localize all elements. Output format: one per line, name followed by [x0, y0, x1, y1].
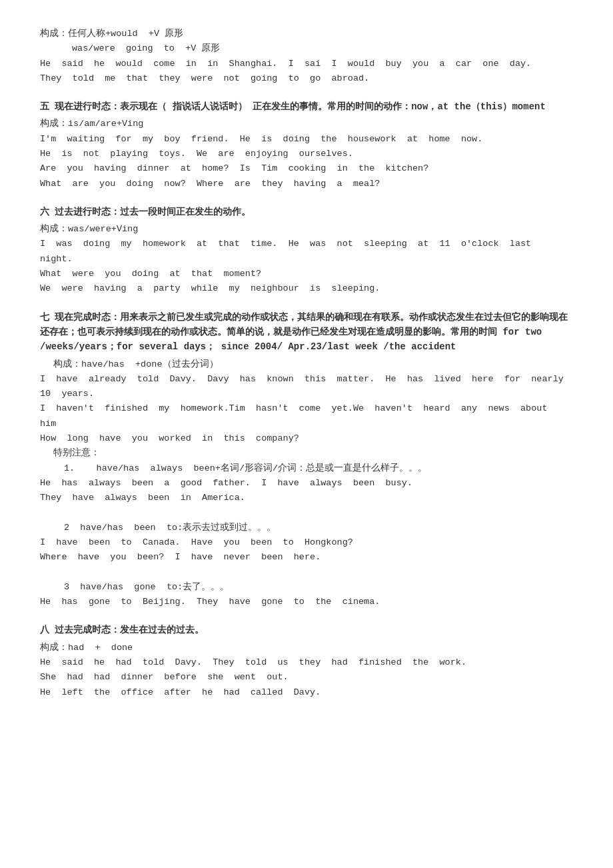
section-7-title: 七 现在完成时态：用来表示之前已发生或完成的动作或状态，其结果的确和现在有联系。… — [40, 310, 573, 355]
s6-line-1: 构成：was/were+Ving — [40, 222, 573, 237]
s7-note-1-ex2: They have always been in America. — [40, 491, 573, 505]
intro-line-3: He said he would come in in Shanghai. I … — [40, 57, 573, 71]
s5-line-1: 构成：is/am/are+Ving — [40, 117, 573, 131]
s6-line-4: We were having a party while my neighbou… — [40, 281, 573, 296]
section-5-title-normal: 表示现在（ 指说话人说话时） 正在发生的事情。常用的时间的动作：now，at t… — [120, 101, 545, 112]
s7-note-2-ex1: I have been to Canada. Have you been to … — [40, 535, 573, 550]
s8-line-4: He left the office after he had called D… — [40, 685, 573, 700]
document-content: 构成：任何人称+would +V 原形 was/were going to +V… — [40, 27, 573, 700]
s6-line-3: What were you doing at that moment? — [40, 267, 573, 281]
section-5-title: 五 现在进行时态：表示现在（ 指说话人说话时） 正在发生的事情。常用的时间的动作… — [40, 99, 573, 114]
section-6-title-normal: 过去一段时间正在发生的动作。 — [120, 207, 251, 217]
section-6: 六 过去进行时态：过去一段时间正在发生的动作。 构成：was/were+Ving… — [40, 205, 573, 297]
intro-line-2: was/were going to +V 原形 — [72, 41, 573, 56]
s5-line-4: Are you having dinner at home? Is Tim co… — [40, 161, 573, 176]
s7-line-1: 构成：have/has +done（过去分词） — [53, 357, 573, 372]
s7-note-2-ex2: Where have you been? I have never been h… — [40, 550, 573, 565]
intro-line-4: They told me that they were not going to… — [40, 71, 573, 86]
s7-note-3: 3 have/has gone to:去了。。。 — [64, 580, 573, 595]
section-6-title: 六 过去进行时态：过去一段时间正在发生的动作。 — [40, 205, 573, 219]
section-7-title-bold: 七 现在完成时态： — [40, 312, 120, 323]
s5-line-5: What are you doing now? Where are they h… — [40, 177, 573, 191]
s8-line-2: He said he had told Davy. They told us t… — [40, 655, 573, 670]
section-5-title-bold: 五 现在进行时态： — [40, 101, 120, 112]
section-8: 八 过去完成时态：发生在过去的过去。 构成：had + done He said… — [40, 623, 573, 699]
s7-line-2: I have already told Davy. Davy has known… — [40, 372, 573, 402]
s7-line-4: How long have you worked in this company… — [40, 431, 573, 446]
s7-note-1: 1. have/has always been+名词/形容词/介词：总是或一直是… — [64, 461, 573, 476]
s5-line-3: He is not playing toys. We are enjoying … — [40, 147, 573, 161]
s8-line-1: 构成：had + done — [40, 641, 573, 655]
section-8-title-bold: 八 过去完成时态： — [40, 625, 120, 635]
s7-note-label: 特别注意： — [53, 446, 573, 461]
s7-line-3: I haven't finished my homework.Tim hasn'… — [40, 401, 573, 431]
section-6-title-bold: 六 过去进行时态： — [40, 207, 120, 217]
intro-line-1: 构成：任何人称+would +V 原形 — [40, 27, 573, 41]
s7-note-2: 2 have/has been to:表示去过或到过。。。 — [64, 521, 573, 535]
section-7: 七 现在完成时态：用来表示之前已发生或完成的动作或状态，其结果的确和现在有联系。… — [40, 310, 573, 610]
section-5: 五 现在进行时态：表示现在（ 指说话人说话时） 正在发生的事情。常用的时间的动作… — [40, 99, 573, 191]
section-8-title-normal: 发生在过去的过去。 — [120, 625, 204, 635]
intro-section: 构成：任何人称+would +V 原形 was/were going to +V… — [40, 27, 573, 86]
s7-note-1-ex1: He has always been a good father. I have… — [40, 476, 573, 491]
s6-line-2: I was doing my homework at that time. He… — [40, 237, 573, 267]
section-8-title: 八 过去完成时态：发生在过去的过去。 — [40, 623, 573, 637]
s7-note-3-ex1: He has gone to Beijing. They have gone t… — [40, 595, 573, 609]
s5-line-2: I'm waiting for my boy friend. He is doi… — [40, 132, 573, 147]
s8-line-3: She had had dinner before she went out. — [40, 670, 573, 685]
